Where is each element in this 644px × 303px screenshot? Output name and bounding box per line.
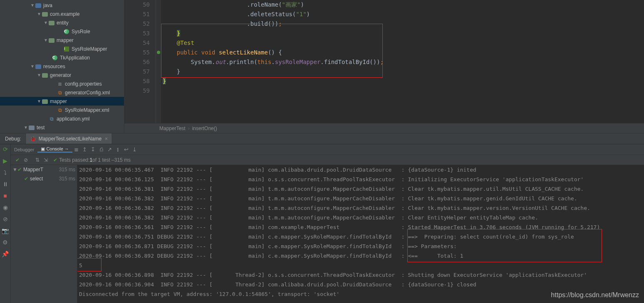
line-number[interactable]: 50: [130, 0, 150, 10]
code-editor: 50515253545556575859 .roleName("画家") .de…: [124, 0, 644, 133]
code-line[interactable]: .build());: [161, 19, 644, 29]
filter-icon[interactable]: ⫿: [114, 146, 122, 153]
chevron-down-icon[interactable]: ▼: [23, 125, 28, 130]
line-number[interactable]: 51: [130, 10, 150, 19]
tree-item[interactable]: ISysRoleMapper: [0, 44, 124, 53]
expand-icon[interactable]: ⇲: [44, 157, 48, 163]
xml-file-icon: ⧉: [57, 89, 63, 96]
sort-icon[interactable]: ⇅: [35, 157, 40, 163]
tree-item-label: mapper: [57, 37, 74, 43]
chevron-down-icon[interactable]: ▼: [43, 38, 48, 42]
stop-icon[interactable]: ■: [3, 192, 7, 199]
tree-item[interactable]: ⧉application.yml: [0, 114, 124, 123]
check-icon: ✔: [24, 176, 28, 182]
code-body[interactable]: .roleName("画家") .deleteStatus("1") .buil…: [161, 0, 644, 123]
breadcrumb-class[interactable]: MapperTest: [159, 126, 186, 131]
pin-icon[interactable]: 📌: [2, 251, 9, 257]
line-number[interactable]: 55: [130, 48, 150, 57]
camera-icon[interactable]: 📷: [2, 227, 9, 234]
settings-icon[interactable]: ⚙: [2, 239, 8, 246]
align-icon[interactable]: ≣: [72, 146, 81, 153]
chevron-down-icon[interactable]: ▼: [43, 20, 48, 25]
debug-config-tab[interactable]: 🐞 MapperTest.selectLikeName ×: [26, 133, 111, 144]
project-tree[interactable]: ▼java▼com.example▼entityCSysRole▼mapperI…: [0, 0, 124, 133]
tree-item[interactable]: ▼test: [0, 123, 124, 132]
tree-item[interactable]: ▼generator: [0, 71, 124, 79]
watermark: https://blog.csdn.net/Mrwenzz: [551, 291, 639, 299]
chevron-down-icon[interactable]: ▼: [30, 64, 35, 69]
line-number[interactable]: 53: [130, 29, 150, 38]
line-number[interactable]: 59: [130, 86, 150, 96]
console-line: 2020-09-16 00:06:36.751 DEBUG 22192 --- …: [79, 232, 644, 241]
line-number[interactable]: 54: [130, 38, 150, 48]
console-icon: ▣: [41, 146, 46, 151]
code-line[interactable]: }: [161, 67, 644, 76]
breadcrumb-method[interactable]: insertOne(): [192, 126, 217, 131]
yaml-file-icon: ⧉: [48, 116, 55, 122]
pause-icon[interactable]: ⏸: [2, 181, 8, 187]
code-line[interactable]: }: [161, 76, 644, 86]
chevron-down-icon[interactable]: ▼: [37, 73, 42, 77]
console-line: 2020-09-16 00:06:36.871 DEBUG 22192 --- …: [79, 241, 644, 251]
step-over-icon[interactable]: ⤵: [4, 169, 7, 176]
run-gutter-icon[interactable]: [156, 50, 161, 54]
code-line[interactable]: System.out.println(this.sysRoleMapper.fi…: [161, 57, 644, 67]
up-icon[interactable]: ↥: [81, 146, 89, 153]
xml-file-icon: ⧉: [57, 107, 63, 113]
check-circle-icon[interactable]: ✔: [15, 157, 20, 163]
mute-breakpoints-icon[interactable]: ⊘: [3, 216, 8, 222]
test-tree-item[interactable]: ✔select315 ms: [11, 174, 77, 183]
test-tree[interactable]: ▼✔MapperT315 ms✔select315 ms: [11, 165, 77, 303]
test-tree-item[interactable]: ▼✔MapperT315 ms: [11, 165, 77, 174]
tree-item-label: test: [37, 125, 45, 131]
tree-item[interactable]: ≣config.properties: [0, 79, 124, 88]
line-number[interactable]: 52: [130, 19, 150, 29]
tab-debugger[interactable]: Debugger: [11, 147, 37, 152]
tree-item[interactable]: CTkApplication: [0, 53, 124, 62]
tree-item[interactable]: ▼entity: [0, 18, 124, 27]
cancel-circle-icon[interactable]: ⊘: [24, 157, 28, 163]
debug-title: Debug:: [0, 136, 26, 142]
scroll-end-icon[interactable]: ⤓: [131, 146, 139, 153]
tab-console[interactable]: ▣ Console →: [37, 146, 72, 153]
line-number[interactable]: 57: [130, 67, 150, 76]
tree-item[interactable]: ⧉generatorConfig.xml: [0, 88, 124, 97]
tree-item[interactable]: ▼com.example: [0, 10, 124, 18]
code-line[interactable]: }: [161, 29, 644, 38]
soft-wrap-icon[interactable]: ↩: [122, 146, 131, 153]
tree-item[interactable]: ▼mapper: [0, 97, 124, 106]
chevron-down-icon[interactable]: ▼: [37, 99, 42, 103]
print-icon[interactable]: ⎙: [97, 146, 106, 153]
line-number[interactable]: 56: [130, 57, 150, 67]
tree-item[interactable]: ▼java: [0, 1, 124, 10]
tree-item-label: java: [43, 2, 52, 8]
breadcrumb[interactable]: MapperTest › insertOne(): [124, 123, 644, 133]
rerun-icon[interactable]: ⟳: [3, 146, 8, 153]
code-line[interactable]: public void selectLikeName() {: [161, 48, 644, 57]
tree-item-label: entity: [57, 20, 69, 26]
run-icon[interactable]: ▶: [3, 158, 7, 164]
export-icon[interactable]: ↗: [106, 146, 114, 153]
tree-item-label: generatorConfig.xml: [65, 90, 110, 96]
tree-item[interactable]: CSysRole: [0, 27, 124, 36]
close-icon[interactable]: ×: [105, 136, 108, 142]
editor-gutter[interactable]: 50515253545556575859: [124, 0, 156, 123]
chevron-down-icon[interactable]: ▼: [30, 3, 35, 7]
code-line[interactable]: .roleName("画家"): [161, 0, 644, 10]
code-line[interactable]: @Test: [161, 38, 644, 48]
console-line: 2020-09-16 00:06:36.382 INFO 22192 --- […: [79, 194, 644, 203]
line-number[interactable]: 58: [130, 76, 150, 86]
chevron-down-icon[interactable]: ▼: [37, 12, 42, 16]
tree-item-label: SysRoleMapper.xml: [65, 107, 109, 113]
tree-item[interactable]: ▼resources: [0, 62, 124, 71]
tree-item-label: application.yml: [57, 116, 89, 122]
tree-item[interactable]: ▼mapper: [0, 36, 124, 44]
debug-tool-row: Debugger ▣ Console → ≣ ↥ ↧ ⎙ ↗ ⫿ ↩ ⤓: [11, 144, 644, 155]
tree-item[interactable]: ⧉SysRoleMapper.xml: [0, 106, 124, 114]
down-icon[interactable]: ↧: [89, 146, 97, 153]
console-output[interactable]: 2020-09-16 00:06:35.467 INFO 22192 --- […: [77, 165, 644, 303]
view-breakpoints-icon[interactable]: ◉: [3, 204, 8, 211]
console-line: 2020-09-16 00:06:36.125 INFO 22192 --- […: [79, 175, 644, 184]
console-line: 2020-09-16 00:06:36.898 INFO 22192 --- […: [79, 270, 644, 280]
code-line[interactable]: .deleteStatus("1"): [161, 10, 644, 19]
